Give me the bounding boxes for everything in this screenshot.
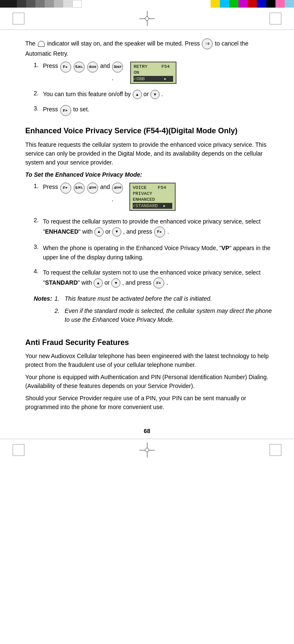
crosshair-top	[139, 11, 155, 26]
btn-down: ▼	[150, 90, 160, 99]
note1: 1. This feature must be activated before…	[55, 294, 273, 303]
section1-steps: 1. Press F► 5JKL 4GHI and 4GHI . VOICE F…	[34, 183, 273, 288]
step2-text: You can turn this feature on/off by	[43, 90, 131, 99]
note2: 2. Even if the standard mode is selected…	[55, 307, 273, 324]
crosshair-bottom	[139, 442, 155, 458]
lcd-voice-privacy: VOICE F54 PRIVACY ENHANCED ✓STANDARD ►	[129, 183, 176, 211]
main-content: The indicator will stay on, and the spea…	[0, 30, 294, 423]
note2-text: Even if the standard mode is selected, t…	[65, 307, 273, 324]
section1-step3: 3. When the phone is operating in the En…	[34, 243, 273, 262]
section1-heading: Enhanced Voice Privacy Service (F54-4)(D…	[25, 126, 273, 136]
corner-box-right	[270, 13, 281, 24]
s1-btn-F-set: F►	[154, 226, 165, 237]
list-item-2: 2. You can turn this feature on/off by ▲…	[34, 90, 273, 99]
s1-btn-down: ▼	[112, 227, 121, 237]
s1-btn-4ghi-a: 4GHI	[87, 183, 98, 194]
section1-step4: 4. To request the cellular system not to…	[34, 268, 273, 288]
notes-header: Notes: 1. This feature must be activated…	[34, 294, 273, 328]
btn-off: ○0	[202, 38, 213, 49]
s1-btn-5jkl: 5JKL	[74, 183, 85, 194]
step1-press: Press	[43, 62, 58, 70]
section2-body1: Your new Audiovox Cellular telephone has…	[25, 352, 273, 369]
s1-btn-up2: ▲	[94, 278, 103, 288]
page-number: 68	[144, 428, 150, 434]
s1-btn-F: F►	[60, 183, 71, 194]
notes-label: Notes:	[34, 294, 52, 328]
steps-list-intro: 1. Press F► 5JKL 4GHI and 3DEF . RETRY F…	[34, 62, 273, 116]
list-item-3: 3. Press F► to set.	[34, 105, 273, 116]
section1-subheading: To Set the Enhanced Voice Privacy Mode:	[25, 170, 273, 179]
step3-press: Press	[43, 105, 58, 114]
section1-step1: 1. Press F► 5JKL 4GHI and 4GHI . VOICE F…	[34, 183, 273, 211]
page-header	[0, 8, 294, 30]
notes-section: Notes: 1. This feature must be activated…	[34, 294, 273, 328]
page-footer: 68	[0, 423, 294, 439]
s1-btn-up: ▲	[94, 227, 104, 237]
step1-and: and	[100, 62, 110, 70]
s1-btn-down2: ▼	[111, 278, 120, 288]
btn-4ghi: 4GHI	[87, 62, 98, 73]
btn-5jkl: 5JKL	[74, 62, 85, 73]
section1-step2: 2. To request the cellular system to pro…	[34, 217, 273, 237]
corner-box-bottom-left	[13, 444, 24, 456]
note1-text: This feature must be activated before th…	[65, 294, 273, 303]
btn-F2: F►	[60, 105, 71, 116]
list-item-1: 1. Press F► 5JKL 4GHI and 3DEF . RETRY F…	[34, 62, 273, 84]
section2-heading: Anti Fraud Security Features	[25, 338, 273, 348]
s1-step1-and: and	[100, 183, 110, 191]
color-bar-top	[0, 0, 294, 8]
intro-para1: The indicator will stay on, and the spea…	[25, 38, 273, 58]
section2-body2: Your phone is equipped with Authenticati…	[25, 373, 273, 391]
section2-body3: Should your Service Provider require use…	[25, 394, 273, 412]
btn-3def: 3DEF	[112, 62, 123, 73]
s1-btn-4ghi-b: 4GHI	[112, 183, 123, 194]
corner-box-bottom-right	[270, 444, 281, 456]
lcd-retry: RETRY F54 ON ✓OBB ►	[130, 62, 176, 84]
bottom-header	[0, 439, 294, 461]
s1-step1-press: Press	[43, 183, 58, 191]
s1-btn-F-std: F►	[153, 278, 164, 288]
btn-F1: F►	[60, 62, 71, 73]
corner-box-left	[13, 13, 24, 24]
btn-up: ▲	[133, 90, 142, 99]
section1-body: This feature requests the cellular syste…	[25, 140, 273, 167]
